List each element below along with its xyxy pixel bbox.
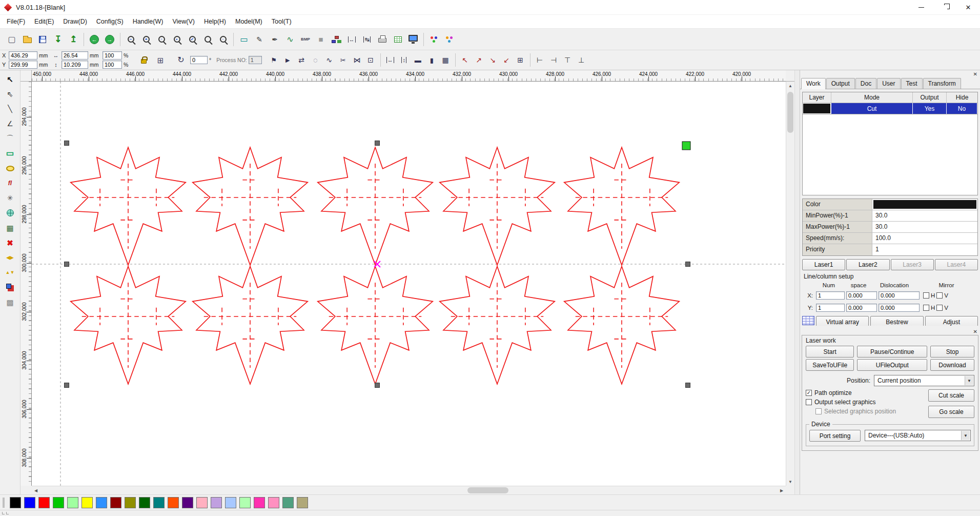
start-point-icon[interactable]: ⚑ — [267, 53, 281, 67]
zoom-out-icon[interactable]: − — [123, 32, 138, 47]
snap-grid-button[interactable]: ⊞ — [153, 52, 168, 68]
layer-color-swatch[interactable] — [803, 104, 831, 113]
palette-color-11[interactable] — [168, 497, 179, 508]
menu-help-h[interactable]: Help(H) — [199, 16, 231, 27]
shape-snowflake[interactable] — [193, 147, 308, 265]
palette-color-20[interactable] — [297, 497, 308, 508]
same-height-icon[interactable]: ▮ — [425, 53, 439, 67]
mirror-h-tool[interactable]: ◀▶ — [3, 251, 17, 264]
line-tool[interactable]: ╲ — [3, 102, 17, 115]
lock-ratio-button[interactable] — [136, 52, 151, 68]
go-scale-button[interactable]: Go scale — [928, 406, 974, 418]
laser-panel-close-icon[interactable]: ✕ — [973, 329, 977, 334]
selection-handle[interactable] — [65, 383, 69, 388]
drawing-canvas[interactable] — [32, 82, 786, 486]
virtual-array-button[interactable]: Virtual array — [816, 316, 869, 326]
pause-continue-button[interactable]: Pause/Continue — [857, 346, 927, 358]
tab-test[interactable]: Test — [901, 78, 923, 89]
tab-user[interactable]: User — [877, 78, 900, 89]
offset-tool[interactable] — [3, 281, 17, 294]
device-select[interactable]: Device---(USB:Auto) ▼ — [865, 430, 971, 441]
close-curve-icon[interactable]: ◌ — [309, 53, 322, 67]
h-distribute-icon[interactable]: ↔ — [344, 32, 359, 47]
zoom-all-icon[interactable]: ▪ — [169, 32, 185, 47]
palette-color-15[interactable] — [225, 497, 236, 508]
dim-left-icon[interactable]: ⊢ — [533, 53, 547, 67]
undo-icon[interactable]: ← — [87, 32, 102, 47]
palette-color-6[interactable] — [96, 497, 107, 508]
menu-tool-t[interactable]: Tool(T) — [267, 16, 296, 27]
lc-num-input[interactable] — [816, 304, 845, 312]
import-icon[interactable]: ↧ — [50, 32, 66, 47]
corner-bottom-left-icon[interactable]: ↙ — [500, 53, 514, 67]
save-icon[interactable] — [35, 32, 50, 47]
shape-snowflake[interactable] — [440, 147, 555, 265]
corner-bottom-right-icon[interactable]: ↘ — [486, 53, 500, 67]
node-edit-pen-icon[interactable]: ✎ — [252, 32, 267, 47]
palette-color-16[interactable] — [239, 497, 251, 508]
vertical-scrollbar[interactable]: ▲ ▼ — [786, 82, 794, 486]
palette-color-10[interactable] — [153, 497, 165, 508]
node-edit-tool[interactable]: ⇖ — [3, 87, 17, 101]
mirror-h-checkbox[interactable] — [923, 292, 929, 299]
shape-snowflake[interactable] — [71, 147, 186, 265]
dim-right-icon[interactable]: ⊣ — [547, 53, 561, 67]
property-value[interactable]: 100.0 — [872, 233, 977, 244]
laser1-button[interactable]: Laser1 — [802, 259, 845, 270]
palette-grip[interactable] — [3, 498, 5, 508]
zoom-in-icon[interactable]: + — [138, 32, 154, 47]
tab-output[interactable]: Output — [826, 78, 855, 89]
bmp-icon[interactable]: BMP — [298, 32, 313, 47]
vertical-scroll-thumb[interactable] — [787, 92, 793, 133]
savetoufile-button[interactable]: SaveToUFile — [806, 359, 854, 371]
show-path-icon[interactable]: ▭ — [236, 32, 252, 47]
menu-edit-e[interactable]: Edit(E) — [30, 16, 58, 27]
star-tool[interactable]: ✳ — [3, 191, 17, 205]
horizontal-scrollbar[interactable]: ◀ ▶ — [32, 486, 786, 494]
scroll-up-icon[interactable]: ▲ — [786, 82, 794, 90]
same-width-icon[interactable]: ▬ — [411, 53, 425, 67]
delete-tool[interactable]: ✖ — [3, 236, 17, 249]
property-value[interactable]: 30.0 — [872, 210, 977, 221]
x-scale-input[interactable] — [103, 51, 122, 59]
zoom-select-icon[interactable]: ✓ — [185, 32, 200, 47]
polyline-tool[interactable]: ∠ — [3, 117, 17, 130]
rotate-button[interactable]: ↻ — [173, 52, 189, 68]
menu-config-s[interactable]: Config(S) — [92, 16, 128, 27]
cut-direction-icon[interactable]: ▶ — [281, 53, 295, 67]
array-align-icon[interactable]: ▦ — [439, 53, 453, 67]
selection-handle[interactable] — [375, 141, 380, 146]
palette-color-5[interactable] — [81, 497, 93, 508]
print-icon[interactable] — [375, 32, 390, 47]
lc-space-input[interactable] — [846, 291, 877, 300]
start-button[interactable]: Start — [806, 346, 854, 358]
tab-transform[interactable]: Transform — [923, 78, 961, 89]
color-dots-alt-icon[interactable] — [442, 32, 457, 47]
height-input[interactable] — [62, 61, 88, 69]
bestrew-button[interactable]: Bestrew — [870, 316, 923, 326]
tab-doc[interactable]: Doc — [855, 78, 876, 89]
palette-color-18[interactable] — [268, 497, 279, 508]
align-center-icon[interactable]: ⊞ — [514, 53, 527, 67]
rectangle-tool[interactable]: ▭ — [3, 147, 17, 160]
palette-color-7[interactable] — [110, 497, 121, 508]
ufileoutput-button[interactable]: UFileOutput — [857, 359, 927, 371]
property-value[interactable]: 1 — [872, 244, 977, 255]
weld-icon[interactable]: ⋈ — [350, 53, 364, 67]
open-folder-icon[interactable] — [19, 32, 35, 47]
ellipse-tool[interactable] — [3, 162, 17, 175]
palette-color-9[interactable] — [139, 497, 150, 508]
lc-dislocation-input[interactable] — [879, 291, 920, 300]
tab-work[interactable]: Work — [801, 78, 826, 89]
palette-color-3[interactable] — [53, 497, 64, 508]
laser2-button[interactable]: Laser2 — [846, 259, 889, 270]
property-value[interactable] — [872, 199, 977, 210]
new-file-icon[interactable]: ▢ — [4, 32, 19, 47]
lc-num-input[interactable] — [816, 291, 845, 300]
property-value[interactable]: 30.0 — [872, 222, 977, 232]
offset-shape-icon[interactable]: ⊡ — [364, 53, 378, 67]
corner-top-left-icon[interactable]: ↖ — [458, 53, 472, 67]
lc-dislocation-input[interactable] — [879, 304, 920, 312]
preview-screen-icon[interactable] — [405, 32, 421, 47]
corner-top-right-icon[interactable]: ↗ — [472, 53, 486, 67]
